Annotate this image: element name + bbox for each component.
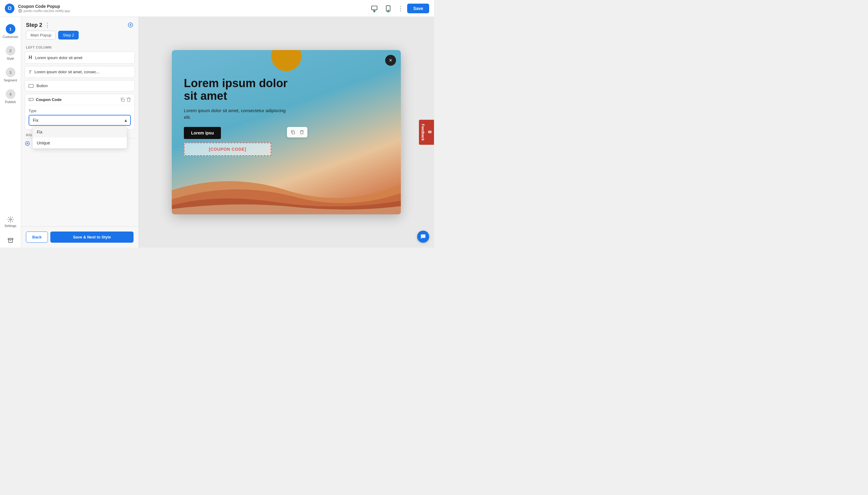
preview-area: × Lorem ipsum dolor sit amet Lorem ipsum… — [139, 17, 434, 248]
step-4-label: Publish — [5, 100, 16, 104]
popup-cta-button[interactable]: Lorem ipsu — [184, 127, 221, 139]
plus-circle-icon — [127, 22, 134, 28]
coupon-body: Type Fix ▲ Fix Unique — [25, 105, 135, 129]
heading-icon: H — [29, 55, 32, 60]
sidebar-footer: Back Save & Next to Style — [21, 226, 138, 248]
more-options-button[interactable]: ⋮ — [398, 5, 403, 12]
site-url: poetic-muffin-cbc3ee.netlify.app — [18, 9, 366, 13]
coupon-header-label: Coupon Code — [36, 97, 62, 102]
sidebar-header: Step 2 ⋮ — [21, 17, 138, 31]
dropdown-option-unique[interactable]: Unique — [33, 137, 127, 148]
coupon-code-block: Coupon Code Type — [25, 94, 135, 130]
coupon-copy-button[interactable] — [120, 97, 125, 102]
left-navigation: 1 Customize 2 Style 3 Segment 4 Publish — [0, 17, 21, 248]
app-logo: O — [5, 4, 15, 13]
popup-close-button[interactable]: × — [385, 55, 396, 66]
sidebar-item-publish[interactable]: 4 Publish — [1, 87, 20, 106]
popup-coupon-row: [COUPON CODE] — [184, 142, 271, 156]
desktop-active-dot — [374, 10, 376, 12]
svg-rect-16 — [292, 132, 294, 134]
save-button[interactable]: Save — [407, 4, 429, 13]
step-1-circle: 1 — [6, 24, 15, 34]
archive-icon — [7, 237, 14, 244]
feedback-icon: ✉ — [427, 130, 432, 134]
svg-rect-14 — [122, 99, 124, 101]
step-2-circle: 2 — [6, 46, 15, 55]
popup-preview: × Lorem ipsum dolor sit amet Lorem ipsum… — [172, 50, 401, 214]
back-button[interactable]: Back — [26, 232, 48, 243]
coupon-actions — [120, 97, 131, 102]
plus-circle-add-icon — [25, 141, 30, 146]
popup-btn-action-bar — [287, 127, 308, 137]
svg-rect-12 — [29, 98, 33, 101]
mobile-active-dot — [387, 10, 389, 12]
sidebar-add-button[interactable] — [127, 22, 134, 28]
popup-coupon-box: [COUPON CODE] — [184, 142, 271, 156]
site-info: Coupon Code Popup poetic-muffin-cbc3ee.n… — [18, 4, 366, 13]
type-select[interactable]: Fix — [29, 115, 131, 126]
coupon-header: Coupon Code — [25, 94, 135, 105]
tab-main-popup[interactable]: Main Popup — [26, 31, 56, 39]
svg-rect-11 — [29, 84, 33, 87]
step-2-label: Style — [7, 57, 14, 60]
globe-icon — [18, 9, 22, 13]
button-icon — [29, 84, 33, 88]
popup-sun — [271, 50, 301, 71]
type-label: Type — [29, 109, 131, 113]
list-item[interactable]: Button — [25, 80, 135, 91]
popup-waves-svg — [172, 154, 401, 214]
mobile-view-button[interactable] — [384, 4, 393, 13]
popup-heading: Lorem ipsum dolor sit amet — [184, 77, 289, 102]
svg-rect-9 — [8, 238, 13, 240]
popup-copy-button[interactable] — [288, 128, 297, 136]
sidebar-more-button[interactable]: ⋮ — [45, 22, 50, 28]
popup-content: Lorem ipsum dolor sit amet Lorem ipsum d… — [184, 77, 289, 156]
page-title: Coupon Code Popup — [18, 4, 366, 9]
popup-cta-row: Lorem ipsu — [184, 127, 289, 139]
step-1-label: Customize — [3, 35, 18, 39]
step-3-circle: 3 — [6, 68, 15, 77]
sidebar-item-segment[interactable]: 3 Segment — [1, 65, 20, 84]
type-dropdown: Fix Unique — [32, 126, 127, 149]
archive-nav-item[interactable] — [4, 234, 17, 248]
settings-nav-item[interactable]: Settings — [1, 212, 20, 231]
tab-bar: Main Popup Step 2 — [21, 31, 138, 43]
topbar: O Coupon Code Popup poetic-muffin-cbc3ee… — [0, 0, 434, 17]
list-item[interactable]: T Lorem ipsum dolor sit amet, consec... — [25, 66, 135, 78]
step-3-label: Segment — [4, 79, 17, 82]
button-element-label: Button — [36, 84, 48, 88]
device-controls: ⋮ — [370, 4, 403, 13]
settings-icon — [7, 216, 14, 223]
sidebar-item-style[interactable]: 2 Style — [1, 44, 20, 63]
desktop-view-button[interactable] — [370, 4, 379, 13]
svg-rect-3 — [371, 6, 377, 10]
dropdown-option-fix[interactable]: Fix — [33, 126, 127, 137]
type-select-wrapper: Fix ▲ Fix Unique — [29, 115, 131, 126]
sidebar-panel: Step 2 ⋮ Main Popup Step 2 LEFT COLUMN H… — [21, 17, 139, 248]
svg-point-8 — [10, 219, 12, 220]
popup-delete-button[interactable] — [297, 128, 306, 136]
save-next-button[interactable]: Save & Next to Style — [50, 232, 134, 243]
feedback-label: Feedback — [421, 124, 425, 140]
coupon-icon — [29, 97, 33, 102]
text-element-label: Lorem ipsum dolor sit amet, consec... — [34, 70, 100, 74]
coupon-delete-button[interactable] — [126, 97, 131, 102]
heading-element-label: Lorem ipsum dolor sit amet — [35, 55, 83, 60]
feedback-tab[interactable]: ✉ Feedback — [419, 120, 434, 145]
popup-background: × Lorem ipsum dolor sit amet Lorem ipsum… — [172, 50, 401, 214]
chat-bubble-button[interactable] — [417, 231, 429, 243]
step-4-circle: 4 — [6, 89, 15, 99]
settings-label: Settings — [4, 224, 17, 227]
main-layout: 1 Customize 2 Style 3 Segment 4 Publish — [0, 17, 434, 248]
popup-subtext: Lorem ipsum dolor sit amet, consectetur … — [184, 107, 289, 121]
left-column-label: LEFT COLUMN — [21, 43, 138, 50]
tab-step-2[interactable]: Step 2 — [58, 31, 79, 39]
chat-icon — [420, 234, 426, 240]
list-item[interactable]: H Lorem ipsum dolor sit amet — [25, 52, 135, 64]
type-select-value: Fix — [33, 118, 39, 123]
text-icon: T — [29, 69, 31, 74]
sidebar-item-customize[interactable]: 1 Customize — [1, 22, 20, 41]
sidebar-step-title: Step 2 — [26, 22, 42, 28]
